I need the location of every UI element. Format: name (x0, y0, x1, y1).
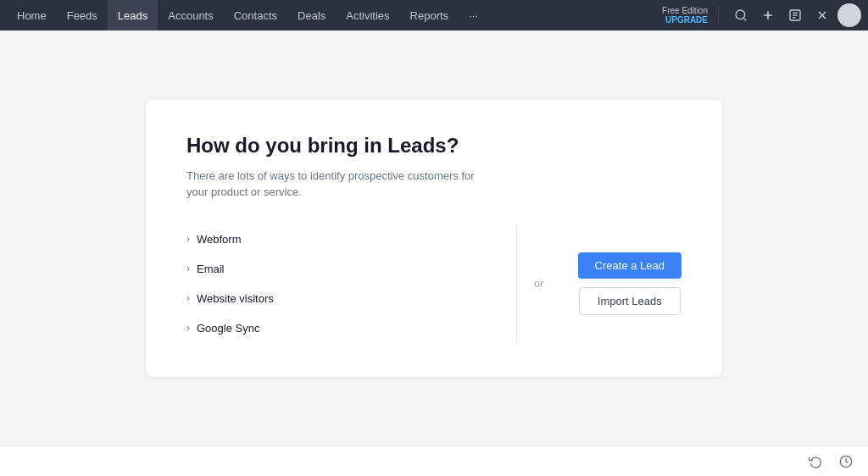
chevron-icon-webform: › (186, 233, 190, 245)
or-label: or (534, 277, 544, 290)
notifications-button[interactable] (783, 3, 807, 27)
nav-contacts[interactable]: Contacts (224, 0, 287, 30)
nav-more[interactable]: ··· (459, 0, 488, 30)
nav-right: Free Edition UPGRADE (662, 3, 861, 27)
navbar: Home Feeds Leads Accounts Contacts Deals… (0, 0, 868, 30)
free-edition-label: Free Edition (662, 6, 708, 15)
upgrade-link[interactable]: UPGRADE (665, 15, 708, 25)
list-item-label-webform: Webform (197, 233, 242, 246)
close-button[interactable] (810, 3, 834, 27)
chevron-icon-google: › (186, 322, 190, 334)
edition-badge: Free Edition UPGRADE (662, 6, 719, 25)
nav-feeds[interactable]: Feeds (57, 0, 108, 30)
svg-point-0 (736, 10, 745, 19)
chevron-icon-email: › (186, 263, 190, 274)
chevron-icon-website: › (186, 292, 190, 304)
avatar[interactable] (837, 3, 861, 27)
leads-card: How do you bring in Leads? There are lot… (146, 100, 722, 377)
list-section: › Webform › Email › Website visitors › G… (186, 224, 517, 343)
action-section: Create a Lead Import Leads (561, 252, 682, 315)
list-item-label-website: Website visitors (197, 292, 274, 305)
nav-leads[interactable]: Leads (108, 0, 158, 30)
add-button[interactable] (756, 3, 780, 27)
list-item-google-sync[interactable]: › Google Sync (186, 313, 489, 343)
nav-items: Home Feeds Leads Accounts Contacts Deals… (7, 0, 662, 30)
page-title: How do you bring in Leads? (186, 134, 682, 158)
svg-line-1 (743, 18, 746, 20)
list-item-website-visitors[interactable]: › Website visitors (186, 284, 489, 313)
create-lead-button[interactable]: Create a Lead (578, 252, 682, 279)
nav-home[interactable]: Home (7, 0, 57, 30)
list-item-label-email: Email (197, 263, 225, 275)
nav-reports[interactable]: Reports (400, 0, 459, 30)
page-subtitle: There are lots of ways to identify prosp… (186, 168, 492, 201)
list-item-email[interactable]: › Email (186, 254, 489, 284)
or-divider: or (517, 277, 561, 290)
refresh-icon[interactable] (804, 450, 827, 473)
list-item-label-google: Google Sync (197, 322, 259, 335)
main-content: How do you bring in Leads? There are lot… (0, 30, 868, 446)
nav-accounts[interactable]: Accounts (158, 0, 223, 30)
list-item-webform[interactable]: › Webform (186, 224, 489, 254)
content-row: › Webform › Email › Website visitors › G… (186, 224, 682, 343)
history-icon[interactable] (834, 450, 858, 473)
bottom-bar (0, 446, 868, 476)
nav-deals[interactable]: Deals (287, 0, 336, 30)
import-leads-button[interactable]: Import Leads (579, 287, 681, 315)
nav-activities[interactable]: Activities (336, 0, 399, 30)
search-button[interactable] (729, 3, 753, 27)
